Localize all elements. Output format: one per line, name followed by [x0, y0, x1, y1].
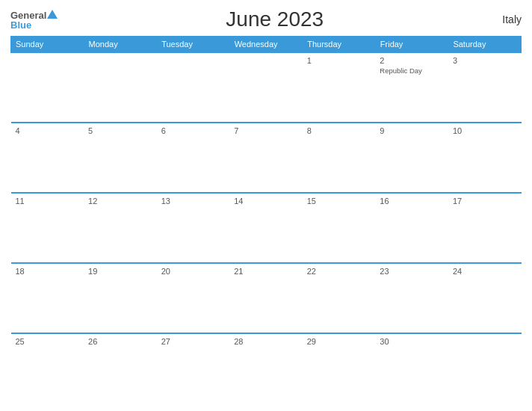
- day-number: 4: [16, 126, 80, 135]
- calendar-cell: 2Republic Day: [375, 52, 448, 123]
- calendar-cell: [229, 52, 303, 123]
- column-header-thursday: Thursday: [303, 37, 376, 53]
- calendar-cell: 24: [448, 263, 522, 333]
- day-number: 22: [307, 267, 371, 276]
- day-number: 30: [380, 337, 444, 346]
- calendar-cell: 12: [84, 193, 157, 263]
- calendar-cell: [157, 52, 230, 123]
- calendar-cell: 14: [229, 193, 303, 263]
- day-number: 24: [453, 267, 517, 276]
- column-header-tuesday: Tuesday: [157, 37, 230, 53]
- calendar-header: General Blue June 2023 Italy: [10, 7, 522, 31]
- calendar-cell: 29: [303, 333, 376, 404]
- calendar-cell: 11: [11, 193, 84, 263]
- calendar-cell: 22: [303, 263, 376, 333]
- calendar-cell: 10: [448, 123, 522, 193]
- day-number: 7: [234, 126, 298, 135]
- holiday-label: Republic Day: [380, 67, 444, 75]
- day-number: 29: [307, 337, 371, 346]
- day-number: 21: [234, 267, 298, 276]
- day-number: 1: [307, 56, 371, 65]
- day-number: 18: [16, 267, 80, 276]
- day-number: 3: [453, 56, 517, 65]
- column-header-friday: Friday: [375, 37, 448, 53]
- day-number: 12: [88, 197, 152, 206]
- calendar-cell: 28: [229, 333, 303, 404]
- column-header-sunday: Sunday: [11, 37, 84, 53]
- calendar-cell: 8: [303, 123, 376, 193]
- day-number: 11: [16, 197, 80, 206]
- day-number: 28: [234, 337, 298, 346]
- calendar-cell: 21: [229, 263, 303, 333]
- column-header-monday: Monday: [84, 37, 157, 53]
- calendar-week-4: 252627282930: [11, 333, 522, 404]
- calendar-table: SundayMondayTuesdayWednesdayThursdayFrid…: [10, 36, 522, 404]
- day-number: 8: [307, 126, 371, 135]
- calendar-cell: 13: [157, 193, 230, 263]
- country-label: Italy: [492, 13, 522, 25]
- calendar-cell: 16: [375, 193, 448, 263]
- calendar-title: June 2023: [58, 7, 492, 31]
- day-number: 16: [380, 197, 444, 206]
- day-number: 13: [161, 197, 226, 206]
- day-number: 25: [16, 337, 80, 346]
- calendar-cell: 3: [448, 52, 522, 123]
- day-number: 5: [88, 126, 152, 135]
- calendar-cell: 30: [375, 333, 448, 404]
- calendar-cell: 19: [84, 263, 157, 333]
- calendar-cell: 26: [84, 333, 157, 404]
- calendar-cell: 17: [448, 193, 522, 263]
- calendar-cell: 4: [11, 123, 84, 193]
- calendar-week-2: 11121314151617: [11, 193, 522, 263]
- day-number: 14: [234, 197, 298, 206]
- calendar-cell: [448, 333, 522, 404]
- day-number: 9: [380, 126, 444, 135]
- day-number: 26: [88, 337, 152, 346]
- calendar-cell: 23: [375, 263, 448, 333]
- calendar-cell: 20: [157, 263, 230, 333]
- calendar-cell: 7: [229, 123, 303, 193]
- logo-general-text: General: [10, 10, 46, 20]
- calendar-cell: 27: [157, 333, 230, 404]
- day-number: 23: [380, 267, 444, 276]
- calendar-cell: 18: [11, 263, 84, 333]
- column-header-wednesday: Wednesday: [229, 37, 303, 53]
- calendar-week-3: 18192021222324: [11, 263, 522, 333]
- calendar-cell: 15: [303, 193, 376, 263]
- day-number: 2: [380, 56, 444, 65]
- calendar-page: General Blue June 2023 Italy SundayMonda…: [0, 0, 532, 411]
- logo-blue-text: Blue: [10, 20, 31, 30]
- column-header-saturday: Saturday: [448, 37, 522, 53]
- day-number: 27: [161, 337, 226, 346]
- calendar-cell: 9: [375, 123, 448, 193]
- calendar-cell: 25: [11, 333, 84, 404]
- calendar-cell: [84, 52, 157, 123]
- day-number: 19: [88, 267, 152, 276]
- day-number: 15: [307, 197, 371, 206]
- day-number: 20: [161, 267, 226, 276]
- calendar-cell: 1: [303, 52, 376, 123]
- calendar-week-0: 12Republic Day3: [11, 52, 522, 123]
- calendar-cell: 5: [84, 123, 157, 193]
- calendar-week-1: 45678910: [11, 123, 522, 193]
- calendar-header-row: SundayMondayTuesdayWednesdayThursdayFrid…: [11, 37, 522, 53]
- day-number: 10: [453, 126, 517, 135]
- logo-triangle-icon: [47, 10, 58, 19]
- day-number: 6: [161, 126, 226, 135]
- calendar-cell: 6: [157, 123, 230, 193]
- day-number: 17: [453, 197, 517, 206]
- calendar-cell: [11, 52, 84, 123]
- logo: General Blue: [10, 10, 58, 30]
